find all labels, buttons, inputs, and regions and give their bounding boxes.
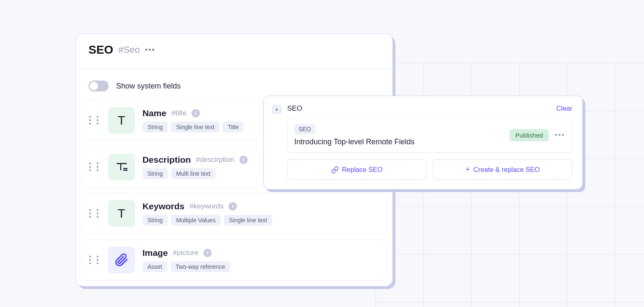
text-type-icon: T [108, 107, 135, 134]
collapse-toggle-icon[interactable]: ▾ [272, 105, 281, 114]
plus-icon: + [466, 165, 470, 174]
text-multi-type-icon [108, 154, 135, 180]
field-tag: Asset [143, 261, 167, 272]
field-name-label: Keywords [143, 201, 184, 211]
field-hash-label: #picture [173, 249, 198, 257]
field-name-label: Name [143, 108, 166, 118]
field-tag: String [143, 168, 168, 179]
entry-card[interactable]: SEO Introducing Top-level Remote Fields … [287, 118, 572, 153]
show-system-fields-toggle[interactable] [88, 81, 109, 91]
replace-label: Replace SEO [342, 166, 383, 174]
field-content: Keywords #keywords i String Multiple Val… [143, 201, 379, 226]
field-tag: Multi line text [171, 168, 216, 179]
popover-title: SEO [287, 104, 302, 113]
status-badge: Published [509, 129, 549, 141]
asset-type-icon [108, 247, 135, 273]
field-tag: Single line text [171, 122, 219, 133]
field-hash-label: #keywords [190, 202, 223, 211]
field-tag: Multiple Values [171, 215, 221, 226]
entry-title: Introducing Top-level Remote Fields [294, 138, 509, 146]
drag-handle-icon[interactable]: • •• •• • [89, 115, 101, 125]
panel-more-icon[interactable]: ••• [145, 46, 156, 55]
replace-seo-button[interactable]: Replace SEO [287, 159, 426, 180]
field-card-keywords[interactable]: • •• •• • T Keywords #keywords i String … [82, 193, 387, 234]
field-content: Image #picture i Asset Two-way reference [143, 248, 379, 272]
toggle-label: Show system fields [116, 82, 181, 91]
field-tag: Title [223, 122, 244, 133]
field-hash-label: #title [171, 109, 187, 117]
create-replace-seo-button[interactable]: + Create & replace SEO [433, 159, 572, 180]
field-tag: String [143, 122, 168, 133]
drag-handle-icon[interactable]: • •• •• • [89, 162, 101, 172]
info-icon[interactable]: i [203, 249, 212, 257]
field-tag: Two-way reference [171, 261, 230, 272]
info-icon[interactable]: i [229, 202, 237, 211]
field-name-label: Description [143, 155, 191, 165]
field-tag: String [143, 215, 168, 226]
seo-entry-popover: ▾ SEO Clear SEO Introducing Top-level Re… [263, 96, 583, 190]
link-icon [331, 166, 339, 174]
panel-hash: #Seo [118, 44, 140, 55]
create-replace-label: Create & replace SEO [473, 166, 540, 174]
drag-handle-icon[interactable]: • •• •• • [89, 255, 101, 265]
field-card-image[interactable]: • •• •• • Image #picture i Asset Two-way… [82, 239, 387, 281]
field-name-label: Image [143, 248, 168, 258]
field-hash-label: #descirption [196, 156, 234, 164]
entry-type-tag: SEO [294, 124, 315, 134]
panel-title: SEO [88, 43, 113, 57]
field-tag: Single line text [224, 215, 272, 226]
info-icon[interactable]: i [239, 156, 248, 164]
info-icon[interactable]: i [192, 109, 200, 117]
clear-button[interactable]: Clear [556, 105, 572, 112]
panel-header: SEO #Seo ••• [76, 34, 392, 62]
header-pointer-icon [91, 99, 103, 105]
entry-more-icon[interactable]: ••• [555, 131, 565, 140]
text-type-icon: T [108, 200, 135, 227]
drag-handle-icon[interactable]: • •• •• • [89, 208, 101, 219]
